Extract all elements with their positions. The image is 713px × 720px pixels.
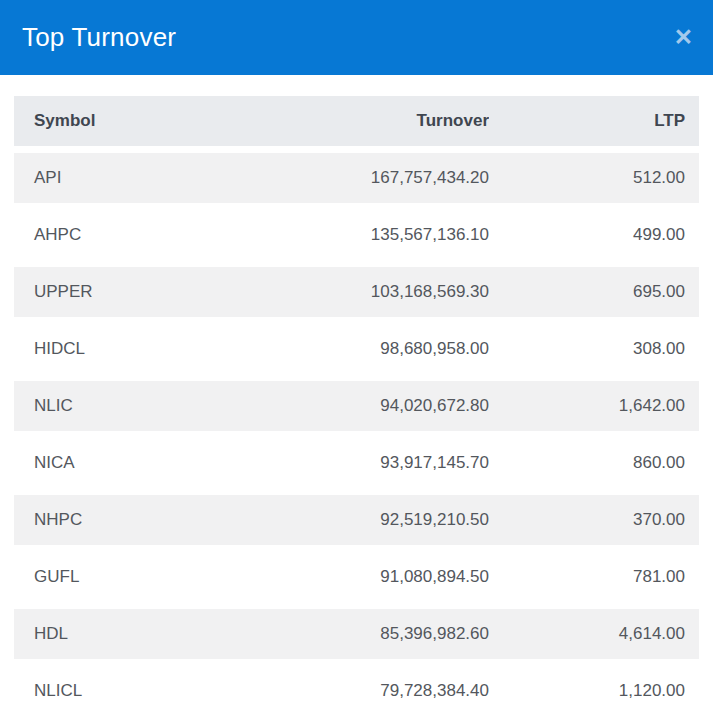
turnover-cell: 93,917,145.70 [184, 438, 489, 488]
table-row[interactable]: GUFL 91,080,894.50 781.00 [14, 552, 699, 602]
column-header-symbol: Symbol [14, 96, 184, 146]
turnover-cell: 103,168,569.30 [184, 267, 489, 317]
symbol-cell: HDL [14, 609, 184, 659]
table-row[interactable]: AHPC 135,567,136.10 499.00 [14, 210, 699, 260]
ltp-cell: 695.00 [489, 267, 699, 317]
column-header-turnover: Turnover [184, 96, 489, 146]
turnover-cell: 92,519,210.50 [184, 495, 489, 545]
ltp-cell: 512.00 [489, 153, 699, 203]
table-row[interactable]: NLICL 79,728,384.40 1,120.00 [14, 666, 699, 716]
table-row[interactable]: NICA 93,917,145.70 860.00 [14, 438, 699, 488]
table-row[interactable]: NLIC 94,020,672.80 1,642.00 [14, 381, 699, 431]
turnover-cell: 91,080,894.50 [184, 552, 489, 602]
symbol-cell: NLIC [14, 381, 184, 431]
ltp-cell: 1,120.00 [489, 666, 699, 716]
symbol-cell: NHPC [14, 495, 184, 545]
modal-title: Top Turnover [22, 22, 176, 53]
table-row[interactable]: UPPER 103,168,569.30 695.00 [14, 267, 699, 317]
turnover-cell: 79,728,384.40 [184, 666, 489, 716]
table-row[interactable]: API 167,757,434.20 512.00 [14, 153, 699, 203]
turnover-cell: 135,567,136.10 [184, 210, 489, 260]
table-row[interactable]: HIDCL 98,680,958.00 308.00 [14, 324, 699, 374]
symbol-cell: NICA [14, 438, 184, 488]
turnover-cell: 167,757,434.20 [184, 153, 489, 203]
ltp-cell: 308.00 [489, 324, 699, 374]
ltp-cell: 860.00 [489, 438, 699, 488]
column-header-ltp: LTP [489, 96, 699, 146]
ltp-cell: 1,642.00 [489, 381, 699, 431]
modal-header: Top Turnover ✕ [0, 0, 713, 75]
ltp-cell: 499.00 [489, 210, 699, 260]
turnover-table: Symbol Turnover LTP API 167,757,434.20 5… [14, 89, 699, 720]
turnover-cell: 85,396,982.60 [184, 609, 489, 659]
turnover-cell: 98,680,958.00 [184, 324, 489, 374]
modal-body: Symbol Turnover LTP API 167,757,434.20 5… [0, 89, 713, 720]
ltp-cell: 781.00 [489, 552, 699, 602]
symbol-cell: API [14, 153, 184, 203]
ltp-cell: 370.00 [489, 495, 699, 545]
symbol-cell: GUFL [14, 552, 184, 602]
symbol-cell: AHPC [14, 210, 184, 260]
table-row[interactable]: NHPC 92,519,210.50 370.00 [14, 495, 699, 545]
turnover-cell: 94,020,672.80 [184, 381, 489, 431]
symbol-cell: HIDCL [14, 324, 184, 374]
symbol-cell: NLICL [14, 666, 184, 716]
table-header-row: Symbol Turnover LTP [14, 96, 699, 146]
symbol-cell: UPPER [14, 267, 184, 317]
table-row[interactable]: HDL 85,396,982.60 4,614.00 [14, 609, 699, 659]
close-icon[interactable]: ✕ [670, 22, 697, 53]
top-turnover-modal: Top Turnover ✕ Symbol Turnover LTP API 1… [0, 0, 713, 720]
ltp-cell: 4,614.00 [489, 609, 699, 659]
